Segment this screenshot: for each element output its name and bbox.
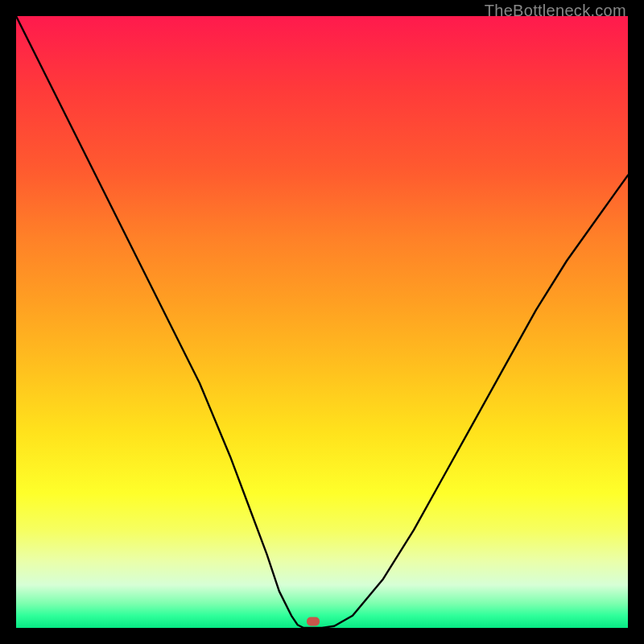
plot-area [16, 16, 628, 628]
chart-frame: TheBottleneck.com [0, 0, 644, 644]
minimum-marker [307, 617, 320, 626]
bottleneck-curve [16, 16, 628, 628]
